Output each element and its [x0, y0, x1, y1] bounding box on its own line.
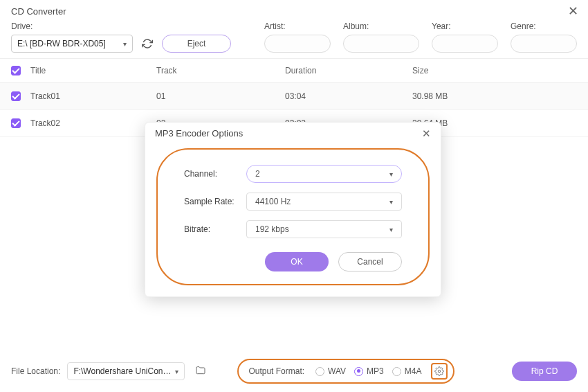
refresh-icon — [142, 38, 153, 49]
sample-rate-label: Sample Rate: — [184, 197, 246, 206]
folder-icon — [195, 365, 206, 376]
radio-icon — [392, 367, 401, 376]
col-size: Size — [412, 66, 577, 75]
row-checkbox[interactable] — [11, 91, 21, 101]
bitrate-select[interactable]: 192 kbps ▾ — [246, 220, 402, 238]
file-location-select[interactable]: F:\Wondershare UniConverter ▾ — [67, 362, 185, 380]
cancel-button[interactable]: Cancel — [338, 252, 402, 271]
chevron-down-icon: ▾ — [389, 226, 393, 233]
open-folder-button[interactable] — [192, 362, 210, 380]
year-input[interactable] — [432, 35, 498, 53]
channel-select[interactable]: 2 ▾ — [246, 165, 402, 183]
svg-point-0 — [439, 370, 441, 373]
cell-duration: 03:04 — [285, 91, 412, 101]
close-icon[interactable]: ✕ — [568, 5, 578, 17]
sample-rate-value: 44100 Hz — [255, 197, 291, 206]
radio-label: M4A — [405, 366, 422, 376]
channel-value: 2 — [255, 169, 260, 179]
drive-value: E:\ [BD-RW BDR-XD05] — [17, 39, 106, 48]
encoder-settings-button[interactable] — [431, 363, 448, 380]
radio-m4a[interactable]: M4A — [392, 366, 422, 376]
year-label: Year: — [432, 21, 498, 31]
ok-button[interactable]: OK — [265, 252, 329, 271]
radio-mp3[interactable]: MP3 — [354, 366, 384, 376]
radio-wav[interactable]: WAV — [315, 366, 346, 376]
col-track: Track — [156, 66, 285, 75]
chevron-down-icon: ▾ — [389, 170, 393, 178]
chevron-down-icon: ▾ — [123, 40, 127, 48]
album-label: Album: — [343, 21, 419, 31]
gear-icon — [434, 366, 444, 376]
modal-title: MP3 Encoder Options — [155, 128, 243, 139]
encoder-options-modal: MP3 Encoder Options ✕ Channel: 2 ▾ Sampl… — [145, 122, 441, 297]
select-all-checkbox[interactable] — [11, 66, 21, 75]
table-header-row: Title Track Duration Size — [0, 58, 588, 83]
cell-title: Track02 — [30, 118, 156, 128]
artist-label: Artist: — [264, 21, 331, 31]
chevron-down-icon: ▾ — [175, 368, 178, 375]
drive-label: Drive: — [11, 21, 231, 31]
radio-label: WAV — [328, 366, 346, 376]
rip-cd-button[interactable]: Rip CD — [512, 362, 577, 381]
col-title: Title — [30, 66, 156, 75]
modal-close-icon[interactable]: ✕ — [422, 128, 431, 139]
bitrate-value: 192 kbps — [255, 224, 289, 234]
drive-select[interactable]: E:\ [BD-RW BDR-XD05] ▾ — [11, 35, 133, 53]
row-checkbox[interactable] — [11, 118, 21, 128]
file-location-label: File Location: — [11, 366, 60, 376]
output-format-label: Output Format: — [248, 366, 304, 376]
refresh-button[interactable] — [138, 35, 156, 53]
sample-rate-select[interactable]: 44100 Hz ▾ — [246, 193, 402, 211]
file-location-value: F:\Wondershare UniConverter — [73, 366, 175, 376]
radio-label: MP3 — [367, 366, 384, 376]
eject-button[interactable]: Eject — [162, 35, 231, 53]
cell-track: 01 — [156, 91, 285, 101]
col-duration: Duration — [285, 66, 412, 75]
genre-label: Genre: — [511, 21, 577, 31]
radio-icon — [315, 367, 324, 376]
output-format-group: Output Format: WAV MP3 M4A — [237, 359, 454, 384]
genre-input[interactable] — [511, 35, 577, 53]
window-title: CD Converter — [11, 6, 66, 17]
radio-icon — [354, 367, 363, 376]
chevron-down-icon: ▾ — [389, 198, 393, 206]
table-row[interactable]: Track01 01 03:04 30.98 MB — [0, 83, 588, 110]
artist-input[interactable] — [264, 35, 331, 53]
cell-size: 30.98 MB — [412, 91, 577, 101]
bitrate-label: Bitrate: — [184, 224, 246, 234]
album-input[interactable] — [343, 35, 419, 53]
channel-label: Channel: — [184, 169, 246, 179]
cell-title: Track01 — [30, 91, 156, 101]
